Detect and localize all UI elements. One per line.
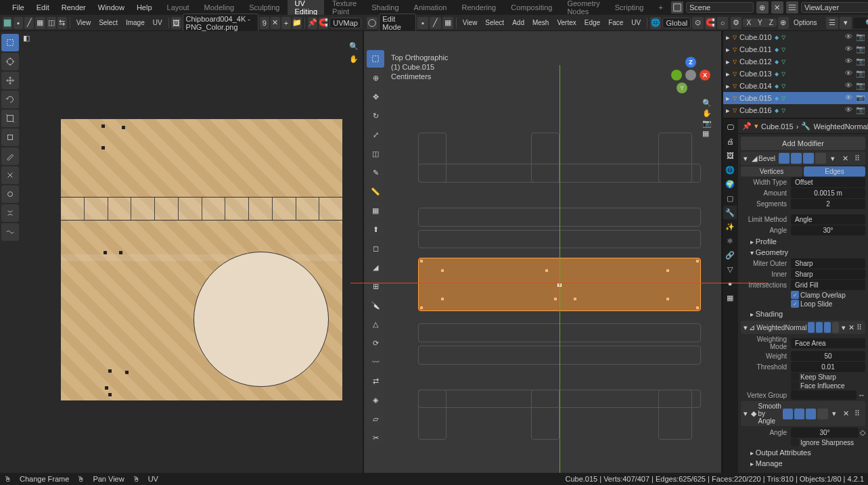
image-open-button[interactable]: 📁: [292, 17, 302, 29]
geometry-section[interactable]: ▾ Geometry: [741, 247, 865, 258]
disclosure-icon[interactable]: ▸: [726, 70, 730, 78]
prop-tab-world[interactable]: 🌍: [723, 177, 737, 191]
properties-panel[interactable]: 📌 ▾ Cube.015 › 🔧 WeightedNormal Add Modi…: [738, 119, 868, 473]
prop-tab-render[interactable]: 🖵: [723, 120, 737, 134]
uv-menu-view[interactable]: View: [73, 18, 95, 27]
vp-tool-polybuild[interactable]: △: [367, 315, 384, 333]
uv-menu-select[interactable]: Select: [95, 18, 121, 27]
mod-realtime-button[interactable]: [808, 322, 815, 333]
mod-drag-icon[interactable]: ⠿: [852, 409, 863, 419]
inner-select[interactable]: Sharp: [791, 269, 865, 279]
pin-icon[interactable]: 📌: [308, 17, 317, 29]
mod-extras-button[interactable]: ▾: [827, 153, 838, 164]
visibility-eye-icon[interactable]: 👁: [845, 57, 854, 66]
orientation-icon[interactable]: 🌐: [650, 17, 661, 29]
vp-tool-knife[interactable]: 🔪: [367, 296, 384, 314]
tool-transform[interactable]: [1, 129, 19, 146]
modifier-name[interactable]: Bevel: [758, 155, 777, 162]
clamp-overlap-checkbox[interactable]: ✓: [791, 291, 799, 299]
uv-vertex[interactable]: [122, 126, 125, 129]
xyz-z[interactable]: Z: [766, 18, 777, 27]
outliner-type-icon[interactable]: ☰: [826, 17, 838, 29]
image-unlink-button[interactable]: ✕: [271, 17, 280, 29]
crumb-object[interactable]: Cube.015: [761, 122, 794, 131]
bevel-angle-input[interactable]: 30°: [791, 225, 865, 235]
render-visibility-icon[interactable]: 📷: [856, 69, 865, 78]
axis-z[interactable]: Z: [685, 57, 696, 68]
vp-tool-transform[interactable]: ◫: [367, 145, 384, 162]
outliner-item[interactable]: ▸ ▽ Cube.016 ◆ ▽ 👁 📷: [723, 104, 868, 116]
editor-type-icon[interactable]: [3, 17, 12, 29]
width-type-select[interactable]: Offset: [791, 177, 865, 187]
modifier-bevel-header[interactable]: ▾ ◢ Bevel ▾ ✕ ⠿: [741, 152, 865, 165]
vp-pan-icon[interactable]: ✋: [702, 109, 718, 118]
scene-new-button[interactable]: ⊕: [756, 1, 769, 14]
tab-compositing[interactable]: Compositing: [504, 2, 559, 13]
uv-vertex[interactable]: [104, 251, 107, 254]
crumb-modifier[interactable]: WeightedNormal: [813, 122, 868, 131]
mode-select[interactable]: Edit Mode: [379, 14, 416, 32]
vp-menu-face[interactable]: Face: [605, 18, 626, 27]
tool-annotate[interactable]: [1, 147, 19, 165]
mod-editmode-button[interactable]: [824, 322, 831, 333]
visibility-eye-icon[interactable]: 👁: [845, 81, 854, 91]
modifier-smooth-header[interactable]: ▾ ◆ Smooth by Angle ▾ ✕ ⠿: [741, 401, 865, 426]
editor-type-3d-icon[interactable]: [367, 17, 378, 29]
uv-vertex[interactable]: [108, 369, 112, 373]
tool-select-box[interactable]: [1, 34, 19, 51]
image-browse-icon[interactable]: 🖼: [171, 17, 181, 29]
menu-file[interactable]: File: [7, 2, 30, 13]
uv-vertex[interactable]: [108, 393, 112, 396]
modifier-name[interactable]: WeightedNormal: [756, 324, 806, 331]
vgroup-invert-button[interactable]: ↔: [858, 391, 865, 399]
mod-cage-button[interactable]: [817, 409, 827, 419]
outliner-item[interactable]: ▸ ▽ Cube.010 ◆ ▽ 👁 📷: [723, 31, 868, 43]
mod-delete-button[interactable]: ✕: [848, 322, 854, 333]
vp-menu-vertex[interactable]: Vertex: [553, 18, 579, 27]
uv-vertex[interactable]: [105, 386, 108, 390]
vp-tool-measure[interactable]: 📏: [367, 183, 384, 200]
disclosure-icon[interactable]: ▸: [726, 94, 730, 103]
image-users-button[interactable]: 9: [260, 17, 269, 29]
vp-menu-mesh[interactable]: Mesh: [529, 18, 552, 27]
weight-input[interactable]: 50: [791, 351, 865, 361]
modifier-name[interactable]: Smooth by Angle: [758, 402, 781, 425]
vp-menu-select[interactable]: Select: [482, 18, 507, 27]
vp-tool-edge-slide[interactable]: ⇄: [367, 372, 384, 390]
menu-edit[interactable]: Edit: [31, 2, 55, 13]
intersections-select[interactable]: Grid Fill: [791, 280, 865, 290]
vp-tool-add-cube[interactable]: ▦: [367, 202, 384, 219]
tab-add[interactable]: +: [652, 2, 669, 13]
options-dropdown[interactable]: Options: [790, 18, 820, 27]
scene-icon[interactable]: [671, 1, 683, 14]
uv-vertex[interactable]: [101, 146, 105, 149]
bevel-edges-button[interactable]: Edges: [804, 166, 865, 177]
render-visibility-icon[interactable]: 📷: [856, 57, 865, 66]
xyz-y[interactable]: Y: [754, 18, 766, 27]
vp-menu-uv[interactable]: UV: [628, 18, 644, 27]
weighting-mode-select[interactable]: Face Area: [791, 338, 865, 348]
pivot-icon[interactable]: ⊙: [692, 17, 703, 29]
mod-realtime-button[interactable]: [779, 153, 790, 164]
uv-vertex[interactable]: [119, 251, 122, 254]
profile-section[interactable]: ▸ Profile: [741, 236, 865, 247]
snap-uv-icon[interactable]: 🧲: [319, 17, 328, 29]
menu-window[interactable]: Window: [93, 2, 130, 13]
tab-rendering[interactable]: Rendering: [455, 2, 503, 13]
render-visibility-icon[interactable]: 📷: [856, 45, 865, 54]
face-influence-checkbox[interactable]: [791, 382, 799, 390]
prop-tab-physics[interactable]: ⚛: [723, 234, 737, 248]
select-mode-edge-icon[interactable]: ╱: [430, 17, 440, 29]
visibility-eye-icon[interactable]: 👁: [845, 32, 854, 42]
uv-vertex[interactable]: [101, 124, 105, 128]
axis-x[interactable]: X: [700, 70, 710, 80]
render-visibility-icon[interactable]: 📷: [856, 32, 865, 42]
xyz-x[interactable]: X: [743, 18, 754, 27]
pin-icon[interactable]: 📌: [742, 122, 752, 131]
mod-render-button[interactable]: [791, 153, 802, 164]
prop-tab-object[interactable]: ▢: [723, 191, 737, 205]
loop-slide-checkbox[interactable]: ✓: [791, 300, 799, 308]
prop-tab-scene[interactable]: 🌐: [723, 163, 737, 177]
mod-drag-icon[interactable]: ⠿: [852, 153, 863, 164]
viewlayer-icon[interactable]: [786, 1, 798, 14]
